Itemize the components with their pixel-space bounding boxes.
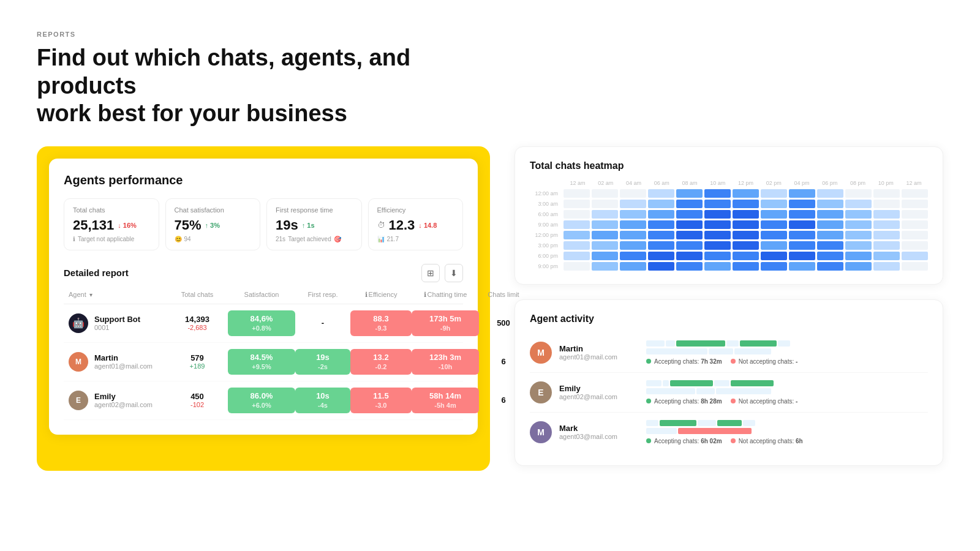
not-accepting-dot — [731, 359, 736, 364]
martin-avatar: M — [69, 352, 88, 372]
mark-act-avatar: M — [530, 421, 552, 443]
grid-view-button[interactable]: ⊞ — [421, 264, 440, 282]
agent-activity-card: Agent activity M Martin agent01@mail.com — [514, 299, 943, 466]
table-icon-buttons: ⊞ ⬇ — [421, 264, 463, 282]
agent-emily: E Emily agent02@mail.com — [69, 391, 167, 410]
bot-avatar: 🤖 — [69, 313, 88, 333]
download-button[interactable]: ⬇ — [445, 264, 463, 282]
detailed-report-header: Detailed report ⊞ ⬇ — [64, 264, 463, 282]
main-container: REPORTS Find out which chats, agents, an… — [0, 0, 980, 551]
right-panel: Total chats heatmap 12 am 02 am 04 am 06… — [514, 146, 943, 466]
emily-act-avatar: E — [530, 381, 552, 403]
heatmap-grid: 12 am 02 am 04 am 06 am 08 am 10 am 12 p… — [530, 180, 928, 271]
heatmap-title: Total chats heatmap — [530, 160, 928, 171]
table-row: M Martin agent01@mail.com 579 +189 84.5%… — [64, 343, 463, 381]
activity-row-martin: M Martin agent01@mail.com — [530, 333, 928, 373]
metric-first-response: First response time 19s ↑ 1s 21s Target … — [266, 198, 362, 250]
emily-avatar: E — [69, 391, 88, 410]
activity-row-emily: E Emily agent02@mail.com — [530, 373, 928, 413]
left-panel: Agents performance Total chats 25,131 ↓ … — [37, 146, 490, 471]
table-row: E Emily agent02@mail.com 450 -102 86.0%+… — [64, 381, 463, 420]
metrics-row: Total chats 25,131 ↓ 16% ℹ Target not ap… — [64, 198, 463, 250]
accepting-dot — [646, 438, 651, 443]
not-accepting-dot — [731, 399, 736, 403]
reports-label: REPORTS — [37, 31, 943, 38]
not-accepting-dot — [731, 438, 736, 443]
metric-efficiency: Efficiency ⏱ 12.3 ↓ 14.8 📊 21.7 — [368, 198, 464, 250]
accepting-dot — [646, 359, 651, 364]
agents-card: Agents performance Total chats 25,131 ↓ … — [49, 159, 478, 435]
martin-act-avatar: M — [530, 342, 552, 364]
metric-total-chats: Total chats 25,131 ↓ 16% ℹ Target not ap… — [64, 198, 159, 250]
table-row: 🤖 Support Bot 0001 14,393 -2,683 — [64, 304, 463, 343]
accepting-dot — [646, 399, 651, 403]
agent-martin: M Martin agent01@mail.com — [69, 352, 167, 372]
agents-table: Agent ▾ Total chats Satisfaction First r… — [64, 291, 463, 420]
hero-title: Find out which chats, agents, and produc… — [37, 44, 466, 128]
table-header: Agent ▾ Total chats Satisfaction First r… — [64, 291, 463, 304]
agents-card-title: Agents performance — [64, 173, 463, 187]
activity-row-mark: M Mark agent03@mail.com — [530, 413, 928, 452]
content-row: Agents performance Total chats 25,131 ↓ … — [37, 146, 943, 471]
agent-support-bot: 🤖 Support Bot 0001 — [69, 313, 167, 333]
heatmap-card: Total chats heatmap 12 am 02 am 04 am 06… — [514, 146, 943, 285]
metric-satisfaction: Chat satisfaction 75% ↑ 3% 😊 94 — [165, 198, 261, 250]
activity-title: Agent activity — [530, 313, 928, 324]
